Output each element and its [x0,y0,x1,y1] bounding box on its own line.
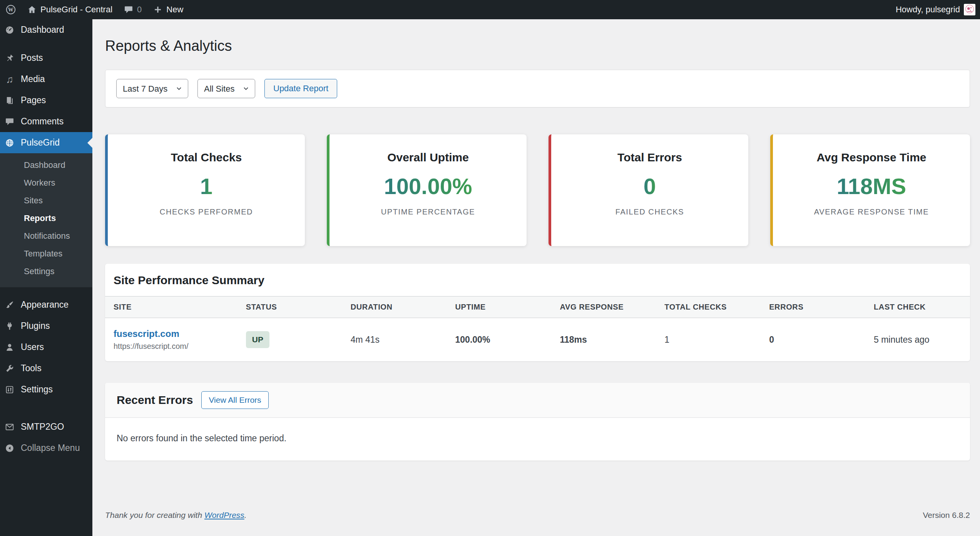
brush-icon [5,300,14,310]
sidebar-item-tools[interactable]: Tools [0,358,92,379]
recent-errors-card: Recent Errors View All Errors No errors … [105,383,970,461]
sidebar-label: Media [21,74,45,84]
envelope-icon [5,422,14,432]
column-errors: ERRORS [761,296,865,318]
last-check-cell: 5 minutes ago [865,318,970,362]
report-filter-bar: Last 7 Days All Sites Update Report [105,70,970,107]
errors-cell: 0 [761,318,865,362]
stat-value: 0 [644,173,656,199]
howdy-label: Howdy, pulsegrid [896,5,960,15]
site-select[interactable]: All Sites [197,79,255,98]
stat-title: Avg Response Time [816,151,926,164]
active-menu-arrow [87,138,92,148]
sidebar-item-comments[interactable]: Comments [0,111,92,132]
submenu-item-dashboard[interactable]: Dashboard [0,156,92,174]
sidebar-label: Settings [21,384,53,395]
stat-label: FAILED CHECKS [615,208,684,216]
stat-value: 1 [200,173,212,199]
sidebar-label: Plugins [21,321,50,331]
footer-thanks-text: Thank you for creating with [105,511,204,519]
sidebar-item-media[interactable]: ♫ Media [0,69,92,90]
column-uptime: UPTIME [447,296,552,318]
sidebar-label: Tools [21,363,42,374]
sidebar-item-dashboard[interactable]: Dashboard [0,19,92,40]
period-select[interactable]: Last 7 Days [116,79,188,98]
sliders-icon [5,385,14,394]
stat-value: 118MS [837,173,906,199]
pulsegrid-submenu: Dashboard Workers Sites Reports Notifica… [0,153,92,287]
site-performance-table: SITE STATUS DURATION UPTIME AVG RESPONSE… [105,296,970,361]
sidebar-item-smtp2go[interactable]: SMTP2GO [0,416,92,437]
wordpress-logo-menu[interactable]: W [0,0,22,19]
column-site: SITE [105,296,237,318]
column-avg-response: AVG RESPONSE [551,296,656,318]
avg-response-cell: 118ms [551,318,656,362]
footer-thanks-period: . [244,511,247,519]
table-header-row: SITE STATUS DURATION UPTIME AVG RESPONSE… [105,296,970,318]
stat-value: 100.00% [384,173,472,199]
column-duration: DURATION [342,296,447,318]
new-label: New [166,5,183,15]
recent-errors-empty-message: No errors found in the selected time per… [105,418,970,461]
sidebar-label: Dashboard [21,25,64,35]
plug-icon [5,322,14,331]
site-url: https://fusescript.com/ [114,342,229,351]
submenu-item-reports[interactable]: Reports [0,209,92,227]
stats-grid: Total Checks 1 CHECKS PERFORMED Overall … [105,134,970,246]
sidebar-label: SMTP2GO [21,422,64,432]
sidebar-item-posts[interactable]: Posts [0,47,92,69]
media-notes-icon: ♫ [5,75,14,83]
dashboard-gauge-icon [5,25,14,35]
stat-title: Total Errors [617,151,682,164]
submenu-item-notifications[interactable]: Notifications [0,227,92,245]
submenu-item-sites[interactable]: Sites [0,192,92,209]
wordpress-link[interactable]: WordPress [204,511,244,519]
stat-card-total-checks: Total Checks 1 CHECKS PERFORMED [105,134,305,246]
admin-footer: Thank you for creating with WordPress. V… [105,503,970,526]
summary-title: Site Performance Summary [105,264,970,296]
stat-card-avg-response: Avg Response Time 118MS AVERAGE RESPONSE… [770,134,970,246]
stat-label: AVERAGE RESPONSE TIME [814,208,929,216]
recent-errors-title: Recent Errors [117,394,193,407]
sidebar-item-pulsegrid[interactable]: PulseGrid [0,132,92,153]
globe-icon [5,138,14,147]
column-total-checks: TOTAL CHECKS [656,296,761,318]
comment-bubble-icon [5,117,14,126]
sidebar-label: Posts [21,53,43,63]
stat-label: CHECKS PERFORMED [160,208,253,216]
sidebar-label: Users [21,342,44,352]
sidebar-item-settings[interactable]: Settings [0,379,92,400]
submenu-item-workers[interactable]: Workers [0,174,92,192]
stat-label: UPTIME PERCENTAGE [381,208,475,216]
submenu-item-settings[interactable]: Settings [0,263,92,280]
sidebar-item-appearance[interactable]: Appearance [0,294,92,315]
sidebar-label: PulseGrid [21,137,60,148]
view-all-errors-button[interactable]: View All Errors [201,391,268,409]
sidebar-item-plugins[interactable]: Plugins [0,315,92,337]
total-checks-cell: 1 [656,318,761,362]
update-report-button[interactable]: Update Report [264,79,337,98]
svg-text:W: W [8,7,14,13]
collapse-menu-button[interactable]: Collapse Menu [0,437,92,459]
period-select-wrap: Last 7 Days [116,79,188,98]
howdy-account-menu[interactable]: Howdy, pulsegrid [890,4,977,15]
admin-sidebar: Dashboard Posts ♫ Media Pages Comments [0,19,92,536]
site-name-link[interactable]: PulseGrid - Central [22,0,118,19]
table-row: fusescript.com https://fusescript.com/ U… [105,318,970,362]
sidebar-label: Appearance [21,300,69,310]
footer-version: Version 6.8.2 [923,511,970,520]
uptime-cell: 100.00% [447,318,552,362]
main-content: Reports & Analytics Last 7 Days All Site… [92,19,980,536]
sidebar-item-pages[interactable]: Pages [0,90,92,111]
comments-shortcut[interactable]: 0 [118,0,147,19]
sidebar-item-users[interactable]: Users [0,337,92,358]
site-select-wrap: All Sites [197,79,255,98]
submenu-item-templates[interactable]: Templates [0,245,92,263]
duration-cell: 4m 41s [342,318,447,362]
site-link[interactable]: fusescript.com [114,328,179,339]
admin-bar: W PulseGrid - Central 0 New Howdy, pulse… [0,0,980,19]
new-content-menu[interactable]: New [147,0,189,19]
stat-title: Overall Uptime [387,151,469,164]
sidebar-separator [0,400,92,416]
site-performance-summary-card: Site Performance Summary SITE STATUS DUR… [105,264,970,361]
